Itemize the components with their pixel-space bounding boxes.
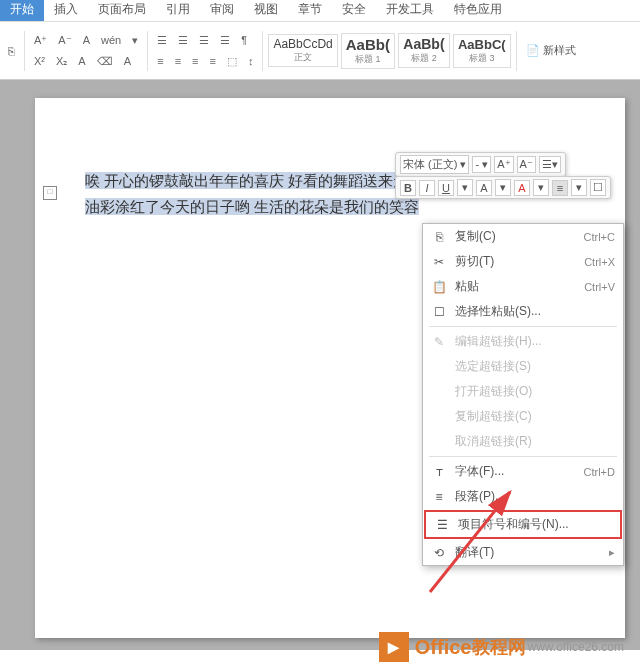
watermark-logo-icon: ▶	[379, 632, 409, 662]
translate-icon: ⟲	[431, 546, 447, 560]
mini-size-select[interactable]: - ▾	[472, 156, 491, 173]
style-heading1[interactable]: AaBb(标题 1	[341, 33, 395, 69]
ctx-bullets-numbering[interactable]: ☰项目符号和编号(N)...	[424, 510, 622, 539]
mini-bold-button[interactable]: B	[400, 180, 416, 196]
clear-format-button[interactable]: ⌫	[93, 52, 117, 71]
tab-insert[interactable]: 插入	[44, 0, 88, 21]
mini-fontcolor-button[interactable]: A	[514, 180, 530, 196]
highlight-button[interactable]: A	[120, 52, 135, 70]
subscript-button[interactable]: X₂	[52, 52, 71, 71]
selected-text-line1[interactable]: 唉 开心的锣鼓敲出年年的喜庆 好看的舞蹈送来天一	[85, 172, 423, 189]
align-right-button[interactable]: ≡	[188, 52, 202, 70]
tab-review[interactable]: 审阅	[200, 0, 244, 21]
indent-inc-button[interactable]: ☰	[216, 31, 234, 50]
mini-toolbar: 宋体 (正文) ▾ - ▾ A⁺ A⁻ ☰▾	[395, 152, 566, 177]
ctx-paragraph[interactable]: ≡段落(P)...	[423, 484, 623, 509]
ctx-copy[interactable]: ⎘复制(C)Ctrl+C	[423, 224, 623, 249]
mini-shrink-font[interactable]: A⁻	[517, 156, 536, 173]
watermark-brand: Office	[415, 636, 472, 659]
indent-dec-button[interactable]: ☰	[195, 31, 213, 50]
tab-layout[interactable]: 页面布局	[88, 0, 156, 21]
mini-grow-font[interactable]: A⁺	[494, 156, 513, 173]
grow-font-button[interactable]: A⁺	[30, 31, 51, 50]
ctx-edit-hyperlink: ✎编辑超链接(H)...	[423, 329, 623, 354]
ctx-paste[interactable]: 📋粘贴Ctrl+V	[423, 274, 623, 299]
font-color-button[interactable]: A	[74, 52, 89, 70]
phonetic-button[interactable]: wén	[97, 31, 125, 49]
copy-icon: ⎘	[431, 230, 447, 244]
styles-gallery: AaBbCcDd正文 AaBb(标题 1 AaBb(标题 2 AaBbC(标题 …	[268, 33, 510, 69]
mini-underline-dropdown[interactable]: ▾	[457, 179, 473, 196]
ctx-font[interactable]: ᴛ字体(F)...Ctrl+D	[423, 459, 623, 484]
mini-align-dropdown[interactable]: ▾	[571, 179, 587, 196]
mini-list-button[interactable]: ☰▾	[539, 156, 561, 173]
mini-italic-button[interactable]: I	[419, 180, 435, 196]
linespacing-button[interactable]: ↕	[244, 52, 258, 70]
style-heading3[interactable]: AaBbC(标题 3	[453, 34, 511, 68]
format-painter-icon[interactable]: ⎘	[4, 42, 19, 60]
paragraph-icon: ≡	[431, 490, 447, 504]
shrink-font-button[interactable]: A⁻	[54, 31, 75, 50]
mini-border-button[interactable]: ☐	[590, 179, 606, 196]
ctx-open-hyperlink: 打开超链接(O)	[423, 379, 623, 404]
style-normal[interactable]: AaBbCcDd正文	[268, 34, 337, 67]
ctx-translate[interactable]: ⟲翻译(T)▸	[423, 540, 623, 565]
mini-highlight-dropdown[interactable]: ▾	[495, 179, 511, 196]
font-icon: ᴛ	[431, 465, 447, 479]
mini-align-button[interactable]: ≡	[552, 180, 568, 196]
style-heading2[interactable]: AaBb(标题 2	[398, 33, 450, 68]
numbering-icon: ☰	[434, 518, 450, 532]
ctx-paste-special[interactable]: ☐选择性粘贴(S)...	[423, 299, 623, 324]
ribbon-tabs: 开始 插入 页面布局 引用 审阅 视图 章节 安全 开发工具 特色应用	[0, 0, 640, 22]
tab-reference[interactable]: 引用	[156, 0, 200, 21]
superscript-button[interactable]: X²	[30, 52, 49, 70]
mini-underline-button[interactable]: U	[438, 180, 454, 196]
edit-link-icon: ✎	[431, 335, 447, 349]
tab-apps[interactable]: 特色应用	[444, 0, 512, 21]
ctx-separator-2	[429, 456, 617, 457]
tab-security[interactable]: 安全	[332, 0, 376, 21]
tab-chapter[interactable]: 章节	[288, 0, 332, 21]
page-margin-icon: □	[43, 186, 57, 200]
font-dropdown-icon[interactable]: ▾	[128, 31, 142, 50]
mini-highlight-button[interactable]: A	[476, 180, 492, 196]
shading-button[interactable]: ⬚	[223, 52, 241, 71]
ctx-select-hyperlink: 选定超链接(S)	[423, 354, 623, 379]
tab-view[interactable]: 视图	[244, 0, 288, 21]
show-marks-button[interactable]: ¶	[237, 31, 251, 49]
watermark: ▶ Office 教程网 www.office26.com	[379, 632, 624, 662]
mini-toolbar-row2: B I U ▾ A ▾ A ▾ ≡ ▾ ☐	[395, 176, 611, 199]
selected-text-line2[interactable]: 油彩涂红了今天的日子哟 生活的花朵是我们的笑容	[85, 198, 419, 215]
change-case-button[interactable]: A	[79, 31, 94, 49]
context-menu: ⎘复制(C)Ctrl+C ✂剪切(T)Ctrl+X 📋粘贴Ctrl+V ☐选择性…	[422, 223, 624, 566]
ctx-remove-hyperlink: 取消超链接(R)	[423, 429, 623, 454]
paste-icon: 📋	[431, 280, 447, 294]
paste-special-icon: ☐	[431, 305, 447, 319]
ribbon: ⎘ A⁺ A⁻ A wén ▾ X² X₂ A ⌫ A ☰ ☰ ☰ ☰ ¶ ≡ …	[0, 22, 640, 80]
align-justify-button[interactable]: ≡	[205, 52, 219, 70]
numbering-button[interactable]: ☰	[174, 31, 192, 50]
bullets-button[interactable]: ☰	[153, 31, 171, 50]
align-left-button[interactable]: ≡	[153, 52, 167, 70]
tab-dev[interactable]: 开发工具	[376, 0, 444, 21]
ctx-copy-hyperlink: 复制超链接(C)	[423, 404, 623, 429]
watermark-cn: 教程网	[472, 635, 526, 659]
ctx-cut[interactable]: ✂剪切(T)Ctrl+X	[423, 249, 623, 274]
paragraph-group: ☰ ☰ ☰ ☰ ¶ ≡ ≡ ≡ ≡ ⬚ ↕	[153, 31, 257, 71]
mini-font-select[interactable]: 宋体 (正文) ▾	[400, 155, 469, 174]
tab-start[interactable]: 开始	[0, 0, 44, 21]
new-style-button[interactable]: 📄 新样式	[522, 41, 580, 60]
align-center-button[interactable]: ≡	[171, 52, 185, 70]
font-group: A⁺ A⁻ A wén ▾ X² X₂ A ⌫ A	[30, 31, 142, 71]
cut-icon: ✂	[431, 255, 447, 269]
mini-fontcolor-dropdown[interactable]: ▾	[533, 179, 549, 196]
watermark-url: www.office26.com	[528, 640, 625, 654]
ctx-separator	[429, 326, 617, 327]
